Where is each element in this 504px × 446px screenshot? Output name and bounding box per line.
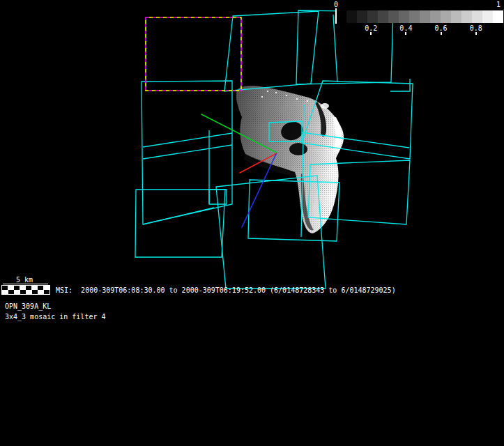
image-footprint-mid-left — [142, 81, 232, 224]
status-line: MSI: 2000-309T06:08:30.00 to 2000-309T06… — [56, 286, 396, 295]
colorbar-gradient — [336, 10, 503, 23]
asteroid-shape-model — [236, 86, 344, 233]
colorbar-tick-label: 0.8 — [470, 24, 482, 32]
colorbar-tick-mark — [475, 32, 477, 35]
colorbar-tick-label: 0.4 — [399, 24, 412, 32]
colorbar-max-label: 1 — [496, 1, 501, 9]
colorbar-tick-label: 0.2 — [365, 24, 377, 32]
mosaic-planning-viewport[interactable]: 0 1 0.20.40.60.8 5 km MSI: 2000-309T06:0… — [0, 0, 504, 446]
colorbar-zero-tick — [335, 8, 337, 24]
colorbar-tick-mark — [405, 32, 406, 35]
image-footprint-edge-a — [143, 133, 232, 147]
scalebar-checker — [1, 285, 50, 295]
colorbar-tick-label: 0.6 — [435, 24, 448, 32]
sequence-name: OPN_309A_KL — [5, 302, 51, 311]
scalebar-underline — [3, 284, 48, 284]
image-footprint-edge-b — [143, 145, 232, 159]
colorbar-tick-mark — [370, 32, 372, 35]
asteroid-highlight — [321, 103, 329, 109]
colorbar-min-label: 0 — [334, 1, 338, 9]
asteroid-crater-shadow — [289, 143, 307, 155]
planned-footprint-dashed-alt — [146, 17, 241, 91]
image-footprint-edge-f — [390, 79, 410, 91]
image-footprint-top-a — [224, 11, 319, 91]
planned-footprint-dashed — [146, 17, 241, 91]
image-footprint-edge-d — [143, 208, 214, 224]
image-footprint-edge-g — [333, 15, 337, 82]
scene-canvas[interactable] — [0, 0, 504, 446]
colorbar-tick-mark — [441, 32, 442, 35]
mosaic-description: 3x4_3 mosaic in filter 4 — [5, 313, 106, 321]
